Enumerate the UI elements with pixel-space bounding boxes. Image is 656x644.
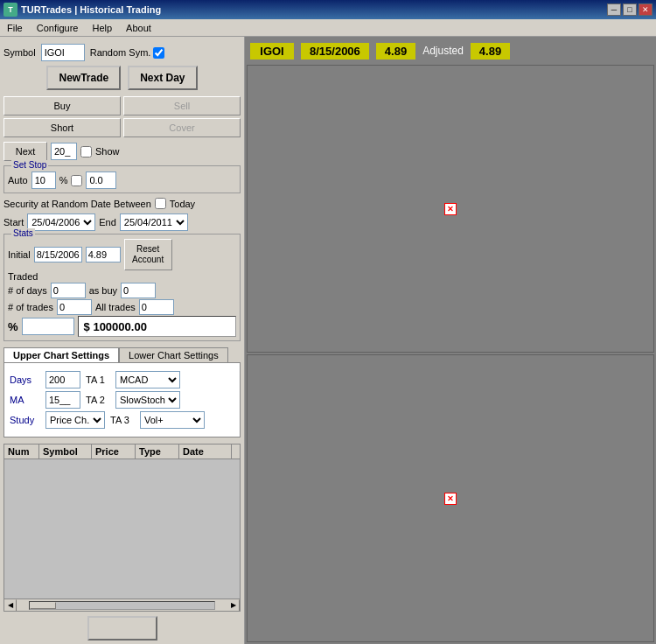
symbol-label: Symbol	[3, 47, 36, 58]
menu-configure[interactable]: Configure	[30, 19, 86, 36]
menu-help[interactable]: Help	[85, 19, 119, 36]
days-label: # of days	[8, 285, 47, 296]
sell-button: Sell	[123, 96, 241, 116]
start-label: Start	[3, 217, 24, 228]
chart-lower-error-icon: ✕	[444, 493, 457, 505]
stop-pct-input[interactable]	[31, 172, 56, 189]
traded-row: Traded	[8, 271, 236, 282]
col-type: Type	[136, 444, 179, 458]
close-button[interactable]: ✕	[639, 4, 653, 16]
ma-setting-row: MA TA 2 SlowStochMCADVol+RSI	[10, 391, 234, 409]
bottom-button[interactable]	[87, 616, 157, 640]
new-trade-button[interactable]: NewTrade	[46, 66, 121, 90]
auto-checkbox[interactable]	[71, 175, 82, 186]
adjusted-label: Adjusted	[422, 45, 464, 57]
stop-row: Auto %	[8, 172, 236, 189]
days-setting-row: Days TA 1 MCADSlowStochVol+RSI	[10, 371, 234, 388]
initial-row: Initial 8/15/2006 4.89 ResetAccount	[8, 239, 236, 270]
tab-lower-chart[interactable]: Lower Chart Settings	[119, 347, 228, 362]
trades-label: # of trades	[8, 302, 53, 312]
security-label: Security at Random Date Between	[3, 199, 151, 209]
window-controls: ─ □ ✕	[607, 4, 653, 16]
study-setting-row: Study Price Ch.VolumeRSI TA 3 Vol+MCADSl…	[10, 411, 234, 429]
next-count-input[interactable]	[51, 143, 77, 160]
days-row: # of days 0 as buy 0	[8, 283, 236, 298]
menu-file[interactable]: File	[0, 19, 30, 36]
ta1-select[interactable]: MCADSlowStochVol+RSI	[115, 371, 180, 388]
days-setting-label: Days	[10, 374, 40, 385]
menu-about[interactable]: About	[119, 19, 158, 36]
bottom-button-row	[3, 616, 241, 640]
trades-row: # of trades 0 All trades 0	[8, 299, 236, 315]
scroll-thumb[interactable]	[30, 602, 56, 609]
ta2-label: TA 2	[86, 395, 110, 405]
today-label: Today	[170, 199, 195, 209]
next-button[interactable]: Next	[3, 142, 47, 161]
initial-label: Initial	[8, 249, 31, 260]
random-sym-checkbox[interactable]	[153, 47, 164, 59]
money-display: $ 100000.00	[78, 316, 236, 337]
pct-input[interactable]	[22, 318, 74, 335]
top-buttons: NewTrade Next Day	[3, 66, 241, 90]
stop-value-input[interactable]	[86, 172, 116, 189]
random-sym-label: Random Sym.	[90, 47, 151, 58]
trade-table-container: Num Symbol Price Type Date ◀ ▶	[3, 444, 241, 612]
ta2-select[interactable]: SlowStochMCADVol+RSI	[115, 391, 180, 409]
today-checkbox[interactable]	[155, 198, 166, 209]
ma-setting-input[interactable]	[45, 391, 80, 409]
date-range-row: Start 25/04/2006 End 25/04/2011	[3, 214, 241, 231]
next-row: Next Show	[3, 142, 241, 161]
tab-upper-chart[interactable]: Upper Chart Settings	[3, 347, 119, 362]
ta3-select[interactable]: Vol+MCADSlowStochRSI	[140, 411, 205, 429]
symbol-input[interactable]	[41, 44, 85, 61]
stats-title: Stats	[11, 228, 35, 238]
col-date: Date	[179, 444, 232, 458]
chart-upper: ✕	[247, 65, 654, 353]
stop-section: Set Stop Auto %	[3, 165, 241, 193]
next-day-button[interactable]: Next Day	[128, 66, 197, 90]
initial-price-value: 4.89	[86, 247, 121, 262]
info-symbol: IGOI	[250, 43, 294, 60]
title-bar-text: TURTrades | Historical Trading	[21, 4, 604, 15]
adjusted-value: 4.89	[471, 43, 510, 60]
ta3-label: TA 3	[110, 415, 135, 425]
buy-button[interactable]: Buy	[3, 96, 121, 116]
symbol-row: Symbol Random Sym.	[3, 44, 241, 61]
show-checkbox[interactable]	[80, 146, 92, 158]
auto-label: Auto	[8, 175, 28, 186]
col-price: Price	[92, 444, 136, 458]
random-sym-area: Random Sym.	[90, 47, 165, 59]
trade-table-body	[4, 459, 240, 598]
minimize-button[interactable]: ─	[607, 4, 621, 16]
action-grid: Buy Sell Short Cover	[3, 96, 241, 137]
chart-lower: ✕	[247, 354, 654, 642]
as-buy-value: 0	[121, 283, 156, 298]
pct-money-row: % $ 100000.00	[8, 316, 236, 337]
app-icon: T	[3, 3, 17, 17]
title-bar: T TURTrades | Historical Trading ─ □ ✕	[0, 0, 656, 19]
left-panel: Symbol Random Sym. NewTrade Next Day Buy…	[0, 37, 245, 644]
study-select[interactable]: Price Ch.VolumeRSI	[45, 411, 105, 429]
security-section: Security at Random Date Between Today	[3, 198, 241, 209]
initial-date-value: 8/15/2006	[34, 247, 82, 262]
reset-account-button[interactable]: ResetAccount	[124, 239, 172, 270]
days-setting-input[interactable]	[45, 371, 80, 388]
maximize-button[interactable]: □	[623, 4, 637, 16]
as-buy-label: as buy	[89, 285, 117, 296]
pct-symbol: %	[8, 320, 18, 333]
stats-section: Stats Initial 8/15/2006 4.89 ResetAccoun…	[3, 234, 241, 341]
traded-label: Traded	[8, 271, 38, 282]
short-button[interactable]: Short	[3, 118, 121, 137]
trade-table-header: Num Symbol Price Type Date	[4, 444, 240, 459]
end-date-select[interactable]: 25/04/2011	[120, 214, 188, 231]
col-num: Num	[4, 444, 39, 458]
chart-upper-error-icon: ✕	[444, 203, 457, 215]
ma-setting-label: MA	[10, 395, 40, 405]
scroll-track[interactable]	[29, 601, 215, 610]
horizontal-scrollbar[interactable]: ◀ ▶	[4, 598, 240, 611]
start-date-select[interactable]: 25/04/2006	[27, 214, 95, 231]
ta1-label: TA 1	[86, 374, 110, 385]
scroll-left-arrow[interactable]: ◀	[4, 599, 17, 612]
scroll-right-arrow[interactable]: ▶	[227, 599, 240, 612]
all-trades-value: 0	[139, 299, 174, 315]
